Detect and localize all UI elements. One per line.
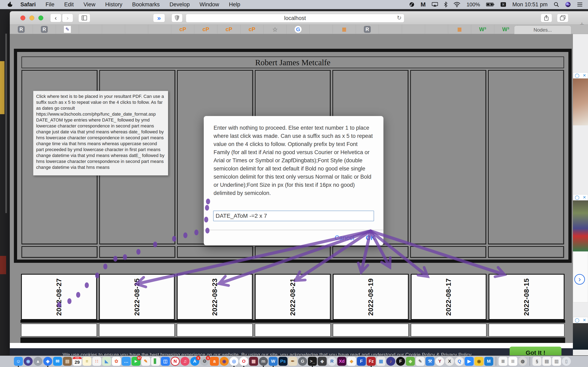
dock-notes-icon[interactable]: ≡ bbox=[82, 357, 92, 366]
show-tabs-button[interactable] bbox=[557, 14, 568, 22]
notification-center-icon[interactable] bbox=[577, 2, 583, 7]
dock-launchpad-icon[interactable]: ▲ bbox=[33, 357, 43, 366]
menu-item-history[interactable]: History bbox=[100, 0, 127, 9]
reload-icon[interactable]: ↻ bbox=[397, 15, 402, 21]
short-cell[interactable] bbox=[411, 324, 487, 337]
menu-item-safari[interactable]: Safari bbox=[16, 0, 41, 9]
bookmark-g[interactable]: G bbox=[287, 25, 310, 34]
dock-maps-icon[interactable]: ◣ bbox=[102, 357, 112, 366]
dock-xquartz-icon[interactable]: X bbox=[445, 357, 454, 366]
bookmark-pencil[interactable]: ✎ bbox=[56, 25, 79, 34]
extension-fastforward-icon[interactable]: » bbox=[153, 14, 165, 22]
short-cell[interactable] bbox=[255, 324, 331, 337]
dock-textedit-icon[interactable]: ≣ bbox=[508, 357, 518, 366]
dock-photo-collage-icon[interactable]: ▦ bbox=[249, 357, 259, 366]
adchoices-icon[interactable]: ◯ bbox=[575, 195, 579, 200]
dock-sketch-icon[interactable]: ◆ bbox=[347, 357, 356, 366]
dock-zoom-icon[interactable]: ▶ bbox=[464, 357, 474, 366]
extension-shield-icon[interactable] bbox=[172, 14, 182, 22]
dock-calendar-icon[interactable]: AUG29 bbox=[72, 357, 82, 366]
ad-image[interactable] bbox=[573, 323, 588, 350]
date-column-2022-08-27[interactable]: 2022-08-27 bbox=[21, 274, 97, 320]
dock-app-store-icon[interactable]: A1 bbox=[190, 357, 200, 366]
dock-libreoffice-icon[interactable]: ≣ bbox=[498, 357, 508, 366]
date-column-2022-08-19[interactable]: 2022-08-19 bbox=[333, 274, 409, 320]
dock-webstorm-icon[interactable]: W bbox=[268, 357, 278, 366]
short-cell[interactable] bbox=[21, 324, 97, 337]
menu-item-window[interactable]: Window bbox=[195, 0, 224, 9]
grid-footer-cell[interactable] bbox=[332, 246, 408, 258]
dock-wine-icon[interactable]: Y bbox=[435, 357, 445, 366]
date-column-2022-08-17[interactable]: 2022-08-17 bbox=[411, 274, 487, 320]
dock-script-icon[interactable]: § bbox=[532, 357, 542, 366]
dock-finder-icon[interactable]: ☺ bbox=[13, 357, 23, 366]
dock-quicktime-icon[interactable]: Q bbox=[454, 357, 464, 366]
window-zoom-button[interactable] bbox=[38, 16, 43, 20]
date-column-2022-08-25[interactable]: 2022-08-25 bbox=[99, 274, 175, 320]
dock-cyberduck-icon[interactable]: ◉ bbox=[474, 357, 484, 366]
bookmark-r[interactable]: R bbox=[10, 25, 33, 34]
forward-button[interactable]: › bbox=[62, 14, 73, 22]
dock-opera-icon[interactable]: O bbox=[239, 357, 249, 366]
short-cell[interactable] bbox=[489, 324, 564, 337]
dock-audacity-icon[interactable]: ♪ bbox=[386, 357, 396, 366]
dock-numbers-icon[interactable]: ▋ bbox=[151, 357, 160, 366]
dock-chrome-icon[interactable]: ◎ bbox=[229, 357, 239, 366]
date-column-2022-08-15[interactable]: 2022-08-15 bbox=[489, 274, 564, 320]
menu-item-view[interactable]: View bbox=[79, 0, 100, 9]
menu-item-file[interactable]: File bbox=[41, 0, 60, 9]
dock-mamp-icon[interactable]: m bbox=[259, 357, 268, 366]
bookmark-so[interactable]: ≣ bbox=[448, 25, 471, 34]
ad-close-icon[interactable]: ✕ bbox=[583, 195, 586, 200]
carousel-next-button[interactable]: › bbox=[574, 274, 585, 285]
address-bar[interactable]: localhost ↻ bbox=[186, 14, 404, 22]
dock-music-icon[interactable]: ♫ bbox=[180, 357, 190, 366]
dock-facetime-icon[interactable]: ►57 bbox=[131, 357, 141, 366]
adchoices-icon[interactable]: ◯ bbox=[575, 73, 579, 78]
bookmark-so[interactable]: ≣ bbox=[333, 25, 356, 34]
sidebar-toggle-button[interactable] bbox=[78, 14, 90, 22]
wifi-icon[interactable] bbox=[453, 2, 460, 7]
dock-trash-icon[interactable]: ▯ bbox=[562, 357, 571, 366]
dock-malwarebytes-icon[interactable]: M bbox=[484, 357, 494, 366]
grid-footer-cell[interactable] bbox=[255, 246, 331, 258]
ad-close-icon[interactable]: ✕ bbox=[583, 73, 586, 78]
privacy-policy-link[interactable]: Privacy Policy bbox=[441, 352, 471, 355]
dock-contacts-icon[interactable]: ▤ bbox=[62, 357, 72, 366]
battery-icon[interactable] bbox=[486, 2, 494, 7]
dock-gimp-icon[interactable]: G bbox=[298, 357, 307, 366]
dock-system-preferences-icon[interactable]: ⚙1 bbox=[200, 357, 209, 366]
ad-image[interactable] bbox=[573, 200, 588, 251]
spotlight-icon[interactable] bbox=[554, 2, 559, 7]
dock-reminders-icon[interactable]: ∷ bbox=[92, 357, 102, 366]
bookmark-r[interactable]: R bbox=[33, 25, 56, 34]
dock-mail-icon[interactable]: ✉ bbox=[53, 357, 62, 366]
dock-disk-utility-icon[interactable]: ◍ bbox=[518, 357, 527, 366]
dock-keynote-icon[interactable]: ◫ bbox=[160, 357, 170, 366]
grid-footer-cell[interactable] bbox=[488, 246, 564, 258]
dock-firefox-icon[interactable]: ◉ bbox=[219, 357, 229, 366]
pdf-title-cell[interactable]: Robert James Metcalfe bbox=[21, 57, 564, 68]
menu-item-edit[interactable]: Edit bbox=[60, 0, 79, 9]
siri-icon[interactable] bbox=[565, 2, 571, 7]
menu-item-develop[interactable]: Develop bbox=[164, 0, 195, 9]
bookmark-cp[interactable]: cP bbox=[171, 25, 194, 34]
grid-footer-cell[interactable] bbox=[21, 246, 98, 258]
dock-adobe-xd-icon[interactable]: Xd bbox=[337, 357, 347, 366]
grid-footer-cell[interactable] bbox=[99, 246, 175, 258]
menu-item-help[interactable]: Help bbox=[224, 0, 245, 9]
dock-photos-icon[interactable]: ✿ bbox=[112, 357, 121, 366]
dock-drawing-pad-icon[interactable]: ✎ bbox=[415, 357, 425, 366]
dock-inkscape-icon[interactable]: ◆ bbox=[317, 357, 327, 366]
dock-messages-icon[interactable]: … bbox=[121, 357, 131, 366]
apple-menu-icon[interactable] bbox=[7, 1, 13, 8]
grid-column-cell[interactable] bbox=[410, 70, 486, 244]
dialog-text-input[interactable] bbox=[213, 211, 374, 221]
bookmark-cp[interactable]: cP bbox=[241, 25, 264, 34]
dock-safari-icon[interactable]: ◈ bbox=[43, 357, 53, 366]
dock-document-stack-icon[interactable]: ▤ bbox=[542, 357, 552, 366]
dock-paint-bucket-icon[interactable]: ✒ bbox=[288, 357, 298, 366]
short-cell[interactable] bbox=[99, 324, 175, 337]
bookmark-star[interactable]: ☆ bbox=[264, 25, 287, 34]
bookmark-r[interactable]: R bbox=[356, 25, 379, 34]
